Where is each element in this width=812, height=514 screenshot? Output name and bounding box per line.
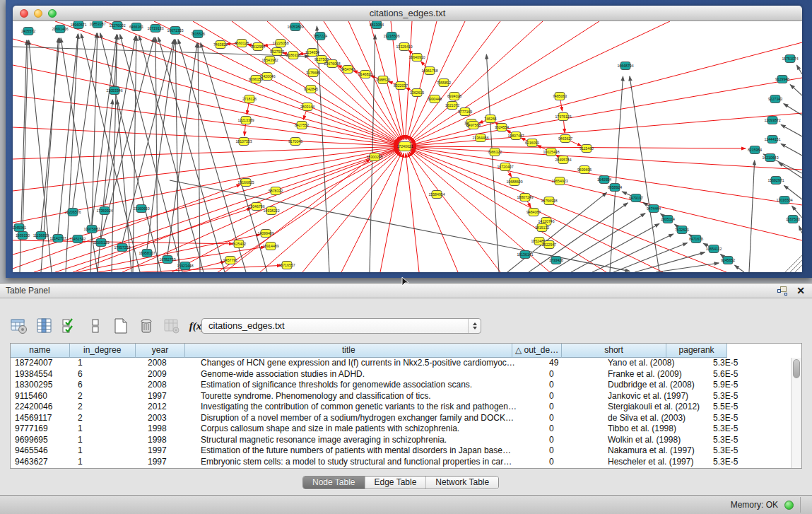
table-settings-icon[interactable]	[10, 317, 28, 335]
table-row[interactable]: 946554611997Estimation of the future num…	[11, 445, 791, 457]
graph-node[interactable]: 16648794	[617, 62, 633, 70]
column-header-pagerank[interactable]: pagerank	[666, 344, 727, 358]
graph-node[interactable]: 18107553	[235, 138, 252, 146]
graph-node[interactable]: 2405572	[21, 28, 35, 35]
scrollbar-thumb[interactable]	[793, 359, 800, 378]
graph-node[interactable]: 15276002	[109, 22, 125, 30]
graph-node[interactable]: 9227343	[768, 95, 782, 103]
column-header-out-degree-sorted[interactable]: △ out_de…	[512, 344, 562, 358]
graph-node[interactable]: 11156829	[33, 232, 49, 240]
graph-node[interactable]: 9927503	[270, 48, 284, 56]
graph-node[interactable]: 9129946	[775, 76, 789, 83]
graph-node[interactable]: 1640954	[597, 176, 611, 184]
close-panel-icon[interactable]: ✕	[796, 286, 805, 296]
graph-node[interactable]: 8471676	[689, 235, 703, 243]
graph-node[interactable]: 1362615	[410, 89, 424, 97]
graph-node[interactable]: 8322037	[394, 82, 408, 90]
graph-node[interactable]: 1345061	[13, 224, 26, 232]
graph-node[interactable]: 23676068	[324, 60, 340, 68]
graph-node[interactable]: 8660128	[235, 40, 249, 47]
graph-node[interactable]: 19218506	[383, 33, 399, 40]
graph-node[interactable]: 8813054	[370, 21, 384, 29]
graph-node[interactable]: 1815132	[535, 224, 549, 232]
graph-node[interactable]: 8215954	[748, 146, 762, 154]
graph-node[interactable]: 8454749	[341, 66, 355, 74]
graph-node[interactable]: 746266	[484, 115, 496, 123]
graph-node[interactable]: 12213389	[237, 117, 254, 124]
column-header-year[interactable]: year	[136, 344, 186, 358]
graph-node[interactable]: 15584954	[428, 191, 445, 199]
graph-node[interactable]: 5878332	[269, 187, 283, 195]
graph-node[interactable]: 8912954	[251, 43, 265, 51]
graph-node[interactable]: 7625402	[232, 240, 246, 248]
graph-node[interactable]: 8958924	[608, 184, 622, 192]
table-row[interactable]: 1456911722003Disruption of a novel membe…	[11, 413, 791, 424]
graph-node[interactable]: 3175685	[306, 69, 320, 77]
table-row[interactable]: 946362711997Embryonic stem cells: a mode…	[11, 457, 791, 468]
delete-table-icon[interactable]	[137, 317, 155, 335]
graph-node[interactable]: 19756928	[541, 197, 557, 205]
graph-node[interactable]: 10654112	[706, 245, 722, 253]
graph-node[interactable]: 12444151	[764, 136, 780, 144]
column-header-in-degree[interactable]: in_degree	[70, 344, 136, 358]
graph-node[interactable]: 7632621	[675, 226, 689, 234]
graph-node[interactable]: 6479197	[629, 194, 643, 202]
graph-node[interactable]: 23160650	[133, 205, 149, 213]
graph-node[interactable]: 1733426	[549, 257, 563, 264]
table-row[interactable]: 969969511998Structural magnetic resonanc…	[11, 435, 791, 446]
graph-node[interactable]: 19166825	[237, 179, 254, 187]
graph-node[interactable]: 12093872	[764, 117, 780, 124]
graph-node[interactable]: 2935114	[661, 216, 675, 223]
graph-node[interactable]: 13325419	[396, 43, 412, 51]
graph-node[interactable]: 10719133	[147, 25, 163, 33]
graph-node[interactable]: 9463627	[558, 135, 572, 143]
graph-node[interactable]: 9146821	[358, 71, 372, 78]
graph-node[interactable]: 1154654	[305, 49, 319, 57]
graph-node[interactable]: 16543982	[261, 57, 278, 64]
graph-node[interactable]: 19654923	[551, 177, 567, 185]
table-row[interactable]: 1830029562008Estimation of significance …	[11, 380, 791, 391]
graph-node[interactable]: 20691406	[52, 25, 68, 33]
graph-node[interactable]: 17240621	[396, 142, 413, 151]
graph-node[interactable]: 9396150	[249, 76, 263, 83]
graph-node[interactable]: 6990448	[428, 95, 442, 103]
tab-node-table[interactable]: Node Table	[303, 477, 365, 489]
table-row[interactable]: 2242004622012Investigating the contribut…	[11, 402, 791, 413]
graph-node[interactable]: 15692971	[767, 177, 784, 185]
graph-node[interactable]: 7857224	[313, 33, 327, 40]
graph-node[interactable]: 1167533	[786, 216, 800, 223]
memory-ok-indicator[interactable]	[784, 501, 794, 510]
graph-node[interactable]: 15923448	[177, 262, 193, 270]
graph-node[interactable]: 2522547	[542, 241, 556, 249]
graph-node[interactable]: 16053809	[287, 23, 303, 31]
graph-node[interactable]: 18136141	[517, 251, 533, 259]
graph-node[interactable]: 15716557	[278, 262, 295, 269]
select-rows-icon[interactable]	[61, 317, 79, 335]
graph-node[interactable]: 17975125	[555, 113, 571, 121]
graph-node[interactable]: 1939150	[16, 232, 30, 240]
column-header-short[interactable]: short	[562, 344, 666, 358]
graph-node[interactable]: 15046786	[248, 203, 264, 211]
table-scrollbar[interactable]	[791, 358, 801, 468]
graph-node[interactable]: 16671355	[167, 27, 183, 35]
graph-node[interactable]: 9457791	[223, 257, 237, 264]
network-canvas[interactable]: 2405572206914061894057110853287152760026…	[13, 21, 802, 272]
graph-node[interactable]: 16720407	[497, 163, 513, 171]
graph-node[interactable]: 6934028	[447, 93, 461, 100]
graph-node[interactable]: 16640910	[408, 54, 425, 62]
graph-node[interactable]: 1588520	[376, 76, 390, 84]
graph-node[interactable]: 20206576	[64, 209, 81, 216]
graph-node[interactable]: 16961758	[421, 67, 437, 75]
graph-node[interactable]: 13226058	[272, 40, 288, 47]
graph-node[interactable]: 7463822	[213, 41, 228, 49]
column-header-title[interactable]: title	[185, 344, 512, 358]
graph-node[interactable]: 10853287	[89, 21, 105, 28]
table-row[interactable]: 977716911998Corpus callosum shape and si…	[11, 424, 791, 435]
tab-edge-table[interactable]: Edge Table	[365, 477, 427, 489]
window-titlebar[interactable]: citations_edges.txt	[13, 6, 802, 21]
graph-node[interactable]: 3624554	[495, 124, 509, 132]
table-selector-dropdown[interactable]: citations_edges.txt	[201, 318, 481, 334]
graph-node[interactable]: 7986322	[488, 148, 502, 156]
graph-node[interactable]: 2803144	[300, 103, 314, 111]
graph-node[interactable]: 28495784	[555, 156, 571, 164]
